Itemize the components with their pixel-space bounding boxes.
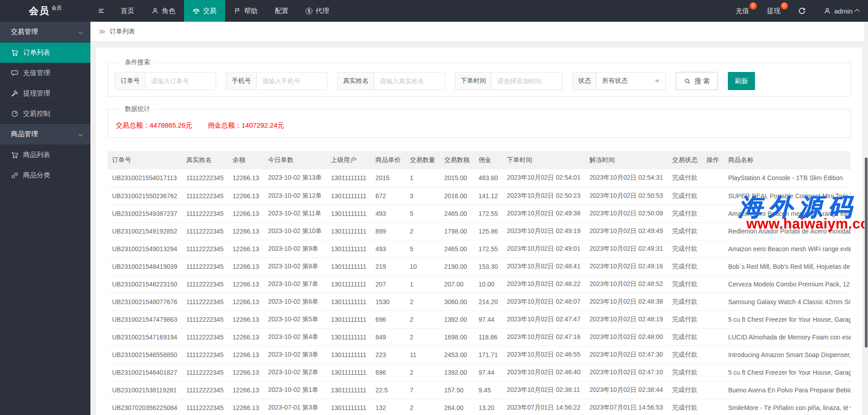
user-menu[interactable]: admin	[815, 0, 868, 22]
cell-3: 2023-10-02 第1单	[264, 381, 326, 399]
cell-6: 2	[405, 363, 439, 381]
cell-4: 13011111111	[326, 381, 371, 399]
table-row: UB23070203562250841111222234512266.13202…	[108, 399, 851, 415]
recharge-button[interactable]: 充值 0	[726, 0, 758, 22]
nav-item-help[interactable]: 帮助	[225, 0, 266, 22]
phone-input[interactable]	[257, 72, 327, 90]
cell-2: 12266.13	[228, 310, 264, 328]
cell-7: 2015.00	[439, 169, 474, 187]
cell-5: 696	[371, 363, 405, 381]
order-no-field: 订单号	[115, 72, 216, 90]
refresh-page-button[interactable]	[789, 0, 815, 22]
cell-1: 11112222345	[182, 293, 228, 310]
user-name: admin	[834, 7, 853, 15]
cell-5: 696	[371, 310, 405, 328]
nav-item-role[interactable]: 角色	[143, 0, 184, 22]
scale-icon	[193, 7, 200, 14]
cell-3: 2023-10-02 第11单	[264, 205, 326, 222]
cell-9: 2023年10月02日 02:49:38	[502, 205, 585, 222]
cell-8: 97.44	[474, 363, 502, 381]
sidebar-item-goods_list[interactable]: 商品列表	[0, 145, 90, 165]
page-scrollbar	[864, 22, 868, 415]
breadcrumb-title: 订单列表	[110, 28, 135, 36]
cell-11: 完成付款	[668, 381, 702, 399]
cell-4: 13011111111	[326, 346, 371, 363]
cell-12	[702, 222, 724, 240]
flag-icon	[234, 7, 241, 14]
cell-6: 2	[405, 310, 439, 328]
column-header: 解冻时间	[585, 151, 668, 169]
cell-10: 2023年10月02日 02:48:38	[585, 293, 668, 310]
cell-1: 11112222345	[182, 381, 228, 399]
cell-13: Amazon eero Beacon mesh WiFi range exten…	[724, 240, 851, 258]
cell-2: 12266.13	[228, 169, 264, 187]
cell-4: 13011111111	[326, 187, 371, 205]
nav-item-agent[interactable]: $代理	[297, 0, 338, 22]
real-name-input[interactable]	[374, 72, 444, 90]
table-row: UB23100215471691941111222234512266.13202…	[108, 328, 851, 346]
cell-0: UB2310021547169194	[108, 328, 182, 346]
cell-5: 207	[371, 275, 405, 293]
cell-11: 完成付款	[668, 169, 702, 187]
sidebar-group-0[interactable]: 交易管理	[0, 22, 90, 43]
chevron-down-icon	[655, 80, 660, 83]
cell-12	[702, 187, 724, 205]
cell-6: 1	[405, 169, 439, 187]
cell-8: 483.60	[474, 169, 502, 187]
cell-9: 2023年10月02日 02:38:11	[502, 381, 585, 399]
nav-item-config[interactable]: 配置	[266, 0, 297, 22]
status-select[interactable]: 所有状态	[597, 72, 665, 90]
cell-10: 2023年10月02日 02:48:00	[585, 328, 668, 346]
cell-12	[702, 310, 724, 328]
brand-logo[interactable]: 会员 会员	[0, 0, 90, 22]
cell-2: 12266.13	[228, 275, 264, 293]
nav-item-label: 角色	[162, 7, 175, 15]
sidebar-item-order_list[interactable]: 订单列表	[0, 43, 90, 63]
cell-4: 13011111111	[326, 240, 371, 258]
column-header: 余额	[228, 151, 264, 169]
sidebar-item-goods_category[interactable]: 商品分类	[0, 165, 90, 186]
sidebar-item-withdraw_mgmt[interactable]: 提现管理	[0, 83, 90, 104]
sidebar-group-1[interactable]: 商品管理	[0, 124, 90, 145]
cell-11: 完成付款	[668, 275, 702, 293]
cell-12	[702, 240, 724, 258]
nav-item-home[interactable]: 首页	[112, 0, 143, 22]
cell-0: UB2310021549387237	[108, 205, 182, 222]
column-header: 交易数量	[405, 151, 439, 169]
table-row: UB23100215484190391111222234512266.13202…	[108, 258, 851, 275]
cell-5: 223	[371, 346, 405, 363]
cell-4: 13011111111	[326, 169, 371, 187]
cell-7: 264.00	[439, 399, 474, 415]
refresh-table-button[interactable]: 刷新	[728, 72, 755, 90]
scrollbar-thumb[interactable]	[865, 157, 868, 348]
cell-7: 2016.00	[439, 187, 474, 205]
sidebar-item-recharge_mgmt[interactable]: 充值管理	[0, 63, 90, 83]
cell-0: UB2310021548077676	[108, 293, 182, 310]
cell-1: 11112222345	[182, 346, 228, 363]
cell-2: 12266.13	[228, 293, 264, 310]
search-button[interactable]: 搜 索	[676, 72, 718, 90]
cell-13: Cerveza Modelo Combo Premium Pack, 12 Bo…	[724, 275, 851, 293]
order-time-input[interactable]	[492, 72, 562, 90]
menu-toggle-button[interactable]	[90, 0, 112, 22]
column-header: 上级用户	[326, 151, 371, 169]
cell-7: 157.50	[439, 381, 474, 399]
cell-9: 2023年10月02日 02:48:07	[502, 293, 585, 310]
cell-11: 完成付款	[668, 328, 702, 346]
cell-5: 22.5	[371, 381, 405, 399]
withdraw-button[interactable]: 提现 0	[758, 0, 789, 22]
search-fields: 订单号手机号真实姓名下单时间	[115, 72, 562, 90]
cell-12	[702, 169, 724, 187]
table-row: UB23100215490132941111222234512266.13202…	[108, 240, 851, 258]
cell-7: 3060.00	[439, 293, 474, 310]
nav-item-trade[interactable]: 交易	[184, 0, 225, 22]
cell-1: 11112222345	[182, 205, 228, 222]
cell-5: 672	[371, 187, 405, 205]
cell-9: 2023年10月02日 02:48:22	[502, 275, 585, 293]
cell-11: 完成付款	[668, 258, 702, 275]
cell-9: 2023年10月02日 02:49:01	[502, 240, 585, 258]
sidebar-item-trade_control[interactable]: 交易控制	[0, 104, 90, 124]
cell-8: 172.55	[474, 240, 502, 258]
order-no-input[interactable]	[146, 72, 216, 90]
search-icon	[684, 78, 691, 85]
